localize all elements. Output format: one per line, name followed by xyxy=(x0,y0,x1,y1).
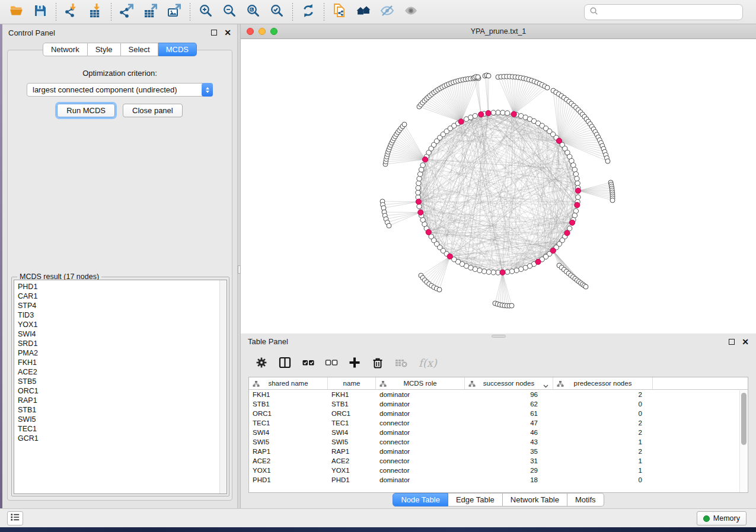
export-image-button[interactable] xyxy=(164,2,184,21)
tab-style[interactable]: Style xyxy=(88,43,121,56)
table-cell[interactable]: 61 xyxy=(465,410,553,417)
search-field[interactable] xyxy=(584,4,743,20)
export-network-button[interactable] xyxy=(117,2,137,21)
mcds-result-item[interactable]: SWI5 xyxy=(18,415,227,424)
column-header-name[interactable]: name xyxy=(328,377,376,389)
table-cell[interactable]: 0 xyxy=(553,400,653,408)
table-cell[interactable]: RAP1 xyxy=(249,448,328,455)
table-cell[interactable]: dominator xyxy=(376,476,465,483)
mcds-result-item[interactable]: ACE2 xyxy=(18,367,227,377)
table-cell[interactable]: FKH1 xyxy=(328,391,376,398)
table-scrollbar[interactable] xyxy=(739,390,747,492)
table-cell[interactable]: dominator xyxy=(376,391,465,398)
column-header-successor-nodes[interactable]: successor nodes xyxy=(465,377,553,389)
table-cell[interactable]: ACE2 xyxy=(328,457,376,464)
export-table-button[interactable] xyxy=(141,2,161,21)
table-scrollbar-thumb[interactable] xyxy=(741,393,747,445)
search-input[interactable] xyxy=(599,8,742,17)
table-cell[interactable]: PHD1 xyxy=(249,476,328,483)
table-cell[interactable]: 1 xyxy=(553,438,653,446)
table-row[interactable]: PHD1PHD1dominator180 xyxy=(249,475,748,485)
table-cell[interactable]: dominator xyxy=(376,400,465,408)
mcds-result-item[interactable]: SRD1 xyxy=(18,339,227,348)
table-cell[interactable]: 0 xyxy=(553,410,653,417)
table-row[interactable]: ORC1ORC1dominator610 xyxy=(249,409,748,418)
memory-button[interactable]: Memory xyxy=(697,511,747,525)
table-row[interactable]: RAP1RAP1dominator352 xyxy=(249,447,748,456)
run-mcds-button[interactable]: Run MCDS xyxy=(57,104,115,117)
panel-resize-grip[interactable] xyxy=(492,335,506,338)
table-cell[interactable]: 2 xyxy=(553,391,653,398)
first-neighbors-button[interactable] xyxy=(353,2,374,21)
close-panel-button[interactable]: Close panel xyxy=(123,104,183,117)
mcds-result-item[interactable]: CAR1 xyxy=(18,291,227,301)
table-cell[interactable]: 43 xyxy=(465,438,553,446)
mcds-result-item[interactable]: SWI4 xyxy=(18,329,227,339)
table-cell[interactable]: TEC1 xyxy=(328,419,376,427)
delete-row-trash-icon[interactable] xyxy=(371,356,384,369)
tab-network-table[interactable]: Network Table xyxy=(503,493,567,507)
add-row-plus-icon[interactable] xyxy=(348,356,361,369)
table-cell[interactable]: 1 xyxy=(553,457,653,464)
table-cell[interactable]: 0 xyxy=(553,476,653,483)
zoom-fit-button[interactable] xyxy=(243,2,263,21)
table-cell[interactable]: YOX1 xyxy=(249,467,328,474)
mcds-result-item[interactable]: TID3 xyxy=(18,310,227,320)
float-table-panel-icon[interactable] xyxy=(729,339,735,345)
mcds-result-item[interactable]: STB5 xyxy=(18,377,227,386)
table-cell[interactable]: RAP1 xyxy=(328,448,376,455)
mcds-result-list[interactable]: PHD1CAR1STP4TID3YOX1SWI4SRD1PMA2FKH1ACE2… xyxy=(14,280,227,494)
table-cell[interactable]: SWI4 xyxy=(328,429,376,436)
column-header-MCDS-role[interactable]: MCDS role xyxy=(376,377,465,389)
table-cell[interactable]: ORC1 xyxy=(249,410,328,417)
table-row[interactable]: SWI4SWI4dominator462 xyxy=(249,428,748,437)
table-cell[interactable]: PHD1 xyxy=(328,476,376,483)
tab-network[interactable]: Network xyxy=(43,43,88,56)
table-cell[interactable]: 1 xyxy=(553,467,653,474)
table-cell[interactable]: 2 xyxy=(553,448,653,455)
mcds-result-item[interactable]: STP4 xyxy=(18,301,227,310)
table-cell[interactable]: ORC1 xyxy=(328,410,376,417)
hide-selected-button[interactable] xyxy=(377,2,397,21)
open-session-button[interactable] xyxy=(7,2,27,21)
table-cell[interactable]: SWI5 xyxy=(328,438,376,446)
show-all-button[interactable] xyxy=(401,2,421,21)
deselect-all-icon[interactable] xyxy=(325,356,338,369)
table-cell[interactable]: 2 xyxy=(553,419,653,427)
zoom-in-button[interactable] xyxy=(196,2,216,21)
table-cell[interactable]: STB1 xyxy=(328,400,376,408)
table-cell[interactable]: SWI4 xyxy=(249,429,328,436)
table-cell[interactable]: connector xyxy=(376,438,465,446)
table-cell[interactable]: 2 xyxy=(553,429,653,436)
table-cell[interactable]: 96 xyxy=(465,391,553,398)
table-cell[interactable]: connector xyxy=(376,419,465,427)
table-cell[interactable]: 29 xyxy=(465,467,553,474)
column-header-shared-name[interactable]: shared name xyxy=(249,377,328,389)
table-row[interactable]: ACE2ACE2connector311 xyxy=(249,456,748,466)
table-row[interactable]: SWI5SWI5connector431 xyxy=(249,437,748,447)
tab-edge-table[interactable]: Edge Table xyxy=(448,493,503,507)
table-cell[interactable]: dominator xyxy=(376,448,465,455)
float-panel-icon[interactable] xyxy=(211,30,217,36)
table-cell[interactable]: connector xyxy=(376,457,465,464)
table-row[interactable]: YOX1YOX1connector291 xyxy=(249,466,748,475)
task-history-button[interactable] xyxy=(7,511,23,525)
table-settings-gear-icon[interactable] xyxy=(255,356,268,369)
table-cell[interactable]: ACE2 xyxy=(249,457,328,464)
table-cell[interactable]: STB1 xyxy=(249,400,328,408)
close-table-panel-icon[interactable]: ✕ xyxy=(742,339,749,345)
table-cell[interactable]: 31 xyxy=(465,457,553,464)
close-panel-icon[interactable]: ✕ xyxy=(224,30,231,36)
tab-select[interactable]: Select xyxy=(121,43,158,56)
table-row[interactable]: STB1STB1dominator620 xyxy=(249,399,748,409)
mcds-result-item[interactable]: ORC1 xyxy=(18,386,227,396)
tab-mcds[interactable]: MCDS xyxy=(158,43,197,56)
table-cell[interactable]: YOX1 xyxy=(328,467,376,474)
refresh-button[interactable] xyxy=(298,2,318,21)
tab-node-table[interactable]: Node Table xyxy=(393,493,448,507)
table-cell[interactable]: SWI5 xyxy=(249,438,328,446)
import-network-button[interactable] xyxy=(62,2,82,21)
optimization-criterion-select[interactable]: largest connected component (undirected) xyxy=(27,83,213,97)
network-titlebar[interactable]: YPA_prune.txt_1 xyxy=(241,24,756,39)
import-table-button[interactable] xyxy=(85,2,106,21)
